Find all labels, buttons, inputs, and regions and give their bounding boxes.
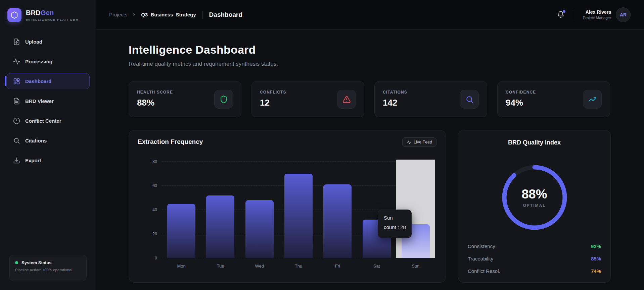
topbar-divider — [574, 8, 574, 21]
brand-logo: BRDGen INTELLIGENCE PLATFORM — [0, 0, 96, 22]
quality-metric-label: Conflict Resol. — [468, 268, 500, 274]
quality-metrics: Consistency 92% Traceability 85% Conflic… — [468, 242, 601, 280]
live-feed-button[interactable]: Live Feed — [402, 137, 436, 147]
x-axis-label: Wed — [240, 264, 279, 269]
stat-card-citations: CITATIONS 142 — [374, 81, 487, 117]
sidebar-nav-label: Dashboard — [25, 78, 51, 84]
file-text-icon — [13, 98, 20, 105]
stat-icon-tile — [460, 90, 479, 109]
chart-slot-thu: Thu — [279, 162, 318, 258]
app-window: BRDGen INTELLIGENCE PLATFORM Upload Proc… — [0, 0, 644, 290]
chart-slot-tue: Tue — [201, 162, 240, 258]
chart-slot-mon: Mon — [162, 162, 201, 258]
file-text-icon — [13, 98, 20, 105]
x-axis-label: Sun — [396, 264, 435, 269]
search-icon — [13, 137, 20, 144]
quality-donut: 88% OPTIMAL — [498, 161, 571, 234]
quality-score: 88% — [521, 187, 547, 201]
brand-name-accent: Gen — [41, 9, 54, 16]
bar-tue[interactable] — [206, 195, 234, 258]
metric-row-conflict-resol-: Conflict Resol. 74% — [468, 267, 601, 275]
x-axis-label: Fri — [318, 264, 357, 269]
system-status-card: System Status Pipeline active: 100% oper… — [9, 255, 87, 281]
quality-metric-value: 74% — [591, 268, 601, 274]
sidebar-item-processing[interactable]: Processing — [6, 53, 90, 69]
tooltip-category: Sun — [384, 215, 411, 221]
sidebar: BRDGen INTELLIGENCE PLATFORM Upload Proc… — [0, 0, 96, 290]
avatar[interactable]: AR — [616, 7, 631, 22]
breadcrumb-current-page: Dashboard — [209, 11, 242, 18]
tooltip-value: count : 28 — [384, 224, 411, 230]
y-axis-tick: 80 — [152, 159, 157, 164]
breadcrumb: Projects Q3_Business_Strategy Dashboard — [109, 11, 242, 19]
pulse-icon — [407, 140, 411, 144]
hexagon-logo-icon — [7, 8, 21, 22]
download-icon — [13, 157, 20, 164]
sidebar-item-citations[interactable]: Citations — [6, 132, 90, 149]
topbar-actions: Alex Rivera Project Manager AR — [557, 7, 631, 22]
layout-dashboard-icon — [13, 78, 20, 85]
upload-icon — [13, 38, 20, 45]
alert-circle-icon — [13, 117, 20, 124]
sidebar-nav-label: Conflict Center — [25, 118, 61, 124]
sidebar-item-upload[interactable]: Upload — [6, 34, 90, 50]
chart-tooltip: Sun count : 28 — [378, 210, 412, 238]
sidebar-nav: Upload Processing Dashboard BRD Viewer C… — [0, 34, 96, 168]
stat-card-conflicts: CONFLICTS 12 — [251, 81, 364, 117]
y-axis-tick: 40 — [152, 208, 157, 212]
extraction-frequency-card: Extraction Frequency Live Feed 020406080… — [129, 130, 446, 283]
alert-circle-icon — [13, 117, 20, 124]
sidebar-item-conflict-center[interactable]: Conflict Center — [6, 113, 90, 129]
breadcrumb-project[interactable]: Q3_Business_Strategy — [141, 12, 196, 17]
sidebar-item-dashboard[interactable]: Dashboard — [6, 73, 90, 89]
sidebar-item-export[interactable]: Export — [6, 152, 90, 168]
x-axis-label: Tue — [201, 264, 240, 269]
activity-icon — [13, 58, 20, 65]
main-content: Intelligence Dashboard Real-time quality… — [97, 30, 644, 290]
search-icon — [13, 137, 20, 144]
sidebar-item-brd-viewer[interactable]: BRD Viewer — [6, 93, 90, 109]
x-axis-label: Thu — [279, 264, 318, 269]
quality-metric-value: 85% — [591, 256, 601, 262]
activity-icon — [13, 58, 20, 65]
quality-card-title: BRD Quality Index — [458, 139, 610, 146]
y-axis-tick: 0 — [155, 256, 157, 260]
quality-score-label: OPTIMAL — [523, 203, 546, 208]
system-status-detail: Pipeline active: 100% operational — [15, 268, 81, 272]
chart-slot-wed: Wed — [240, 162, 279, 258]
quality-metric-value: 92% — [591, 243, 601, 249]
user-info: Alex Rivera Project Manager — [583, 9, 611, 20]
bar-mon[interactable] — [167, 204, 195, 258]
user-name: Alex Rivera — [583, 9, 611, 15]
page-title: Intelligence Dashboard — [129, 43, 644, 56]
download-icon — [13, 157, 20, 164]
bar-wed[interactable] — [245, 200, 274, 258]
notifications-button[interactable] — [557, 11, 565, 19]
x-axis-label: Sat — [357, 264, 396, 269]
alert-triangle-icon — [342, 95, 351, 104]
user-role: Project Manager — [583, 16, 611, 20]
stat-icon-tile — [337, 90, 356, 109]
metric-row-traceability: Traceability 85% — [468, 255, 601, 262]
stat-icon-tile — [214, 90, 233, 109]
stat-icon-tile — [583, 90, 602, 109]
x-axis-label: Mon — [162, 264, 201, 269]
shield-icon — [220, 95, 228, 104]
breadcrumb-divider — [202, 11, 203, 19]
stat-card-health-score: HEALTH SCORE 88% — [129, 81, 241, 117]
brd-quality-index-card: BRD Quality Index 88% OPTIMAL Consistenc… — [458, 130, 611, 283]
chart-title: Extraction Frequency — [138, 138, 203, 146]
sidebar-nav-label: BRD Viewer — [25, 98, 54, 104]
bar-fri[interactable] — [323, 184, 352, 258]
active-indicator — [5, 76, 6, 86]
breadcrumb-projects[interactable]: Projects — [109, 12, 127, 17]
stat-card-confidence: CONFIDENCE 94% — [497, 81, 610, 117]
chevron-right-icon — [132, 12, 137, 17]
chart-slot-fri: Fri — [318, 162, 357, 258]
metric-row-consistency: Consistency 92% — [468, 242, 601, 250]
sidebar-nav-label: Processing — [25, 59, 52, 64]
quality-metric-label: Traceability — [468, 256, 493, 262]
page-subtitle: Real-time quality metrics and requiremen… — [129, 61, 644, 67]
bar-thu[interactable] — [284, 174, 313, 258]
quality-metric-label: Consistency — [468, 243, 495, 249]
